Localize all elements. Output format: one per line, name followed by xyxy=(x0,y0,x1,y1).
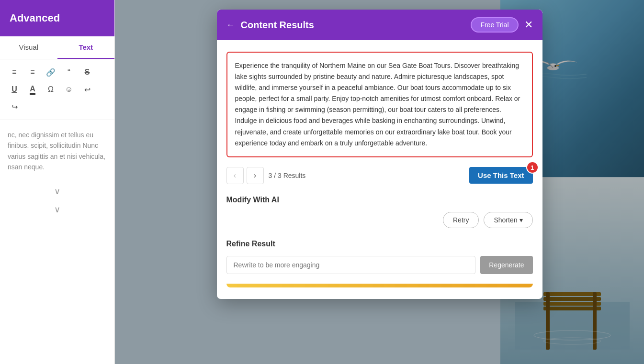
modal-body: Experience the tranquility of Northern M… xyxy=(217,40,542,299)
shorten-button[interactable]: Shorten ▾ xyxy=(484,212,532,228)
sidebar-title: Advanced xyxy=(10,12,60,24)
blockquote-icon: “ xyxy=(68,67,70,77)
unordered-list-btn[interactable]: ≡ xyxy=(6,64,23,80)
undo-btn[interactable]: ↩ xyxy=(79,81,96,98)
sidebar-body-text: nc, nec dignissim et tellus eu finibus. … xyxy=(0,120,114,182)
content-text: Experience the tranquility of Northern M… xyxy=(235,60,524,149)
shorten-dropdown-icon: ▾ xyxy=(520,216,523,224)
sidebar-tabs: Visual Text xyxy=(0,36,114,59)
emoji-btn[interactable]: ☺ xyxy=(60,81,78,98)
ordered-list-icon: ≡ xyxy=(30,68,34,77)
refine-input[interactable] xyxy=(226,256,476,274)
regenerate-button[interactable]: Regenerate xyxy=(480,256,532,274)
close-icon: ✕ xyxy=(524,19,533,31)
prev-icon: ‹ xyxy=(234,171,236,180)
link-icon: 🔗 xyxy=(46,68,56,77)
refine-row: Regenerate xyxy=(226,256,533,274)
undo-icon: ↩ xyxy=(84,85,90,94)
left-sidebar: Advanced Visual Text ≡ ≡ 🔗 “ S U A xyxy=(0,0,115,364)
tab-visual[interactable]: Visual xyxy=(0,36,57,59)
redo-btn[interactable]: ↪ xyxy=(6,99,23,115)
back-arrow-icon: ← xyxy=(226,20,235,30)
pagination-row: ‹ › 3 / 3 Results Use This Text 1 xyxy=(226,167,533,184)
next-icon: › xyxy=(254,171,256,180)
content-text-box: Experience the tranquility of Northern M… xyxy=(226,52,533,157)
use-this-text-wrapper: Use This Text 1 xyxy=(469,167,532,184)
unordered-list-icon: ≡ xyxy=(12,68,16,77)
modify-ai-title: Modify With AI xyxy=(226,196,533,204)
omega-btn[interactable]: Ω xyxy=(42,81,59,98)
redo-icon: ↪ xyxy=(11,102,18,111)
modify-ai-row: Retry Shorten ▾ xyxy=(226,212,533,228)
pagination-info: 3 / 3 Results xyxy=(269,172,470,179)
retry-button[interactable]: Retry xyxy=(443,212,479,228)
text-color-icon: A xyxy=(30,85,35,95)
notification-badge: 1 xyxy=(526,161,539,174)
strikethrough-icon: S xyxy=(85,68,90,77)
emoji-icon: ☺ xyxy=(65,85,73,94)
underline-btn[interactable]: U xyxy=(6,81,23,98)
modal-title: Content Results xyxy=(241,20,471,31)
refine-result-title: Refine Result xyxy=(226,240,533,248)
modal-close-button[interactable]: ✕ xyxy=(524,20,533,30)
ordered-list-btn[interactable]: ≡ xyxy=(24,64,41,80)
blockquote-btn[interactable]: “ xyxy=(60,64,78,80)
modal-footer-bar xyxy=(226,284,533,287)
sidebar-chevron-1[interactable]: ∨ xyxy=(0,182,114,200)
use-this-text-button[interactable]: Use This Text xyxy=(469,167,532,184)
underline-icon: U xyxy=(11,85,17,94)
modal-back-button[interactable]: ← xyxy=(226,20,235,30)
free-trial-button[interactable]: Free Trial xyxy=(471,17,518,33)
sidebar-toolbar: ≡ ≡ 🔗 “ S U A Ω ☺ ↩ ↪ xyxy=(0,59,114,120)
omega-icon: Ω xyxy=(48,85,54,94)
next-page-button[interactable]: › xyxy=(247,167,264,184)
main-area: ← Content Results Free Trial ✕ Experienc… xyxy=(115,0,644,364)
link-btn[interactable]: 🔗 xyxy=(42,64,59,80)
sidebar-chevron-2[interactable]: ∨ xyxy=(0,200,114,219)
content-results-modal: ← Content Results Free Trial ✕ Experienc… xyxy=(217,10,542,299)
strikethrough-btn[interactable]: S xyxy=(79,64,96,80)
sidebar-header: Advanced xyxy=(0,0,114,36)
modal-header: ← Content Results Free Trial ✕ xyxy=(217,10,542,40)
tab-text[interactable]: Text xyxy=(57,36,115,59)
modal-overlay: ← Content Results Free Trial ✕ Experienc… xyxy=(115,0,644,364)
prev-page-button[interactable]: ‹ xyxy=(226,167,244,184)
text-color-btn[interactable]: A xyxy=(24,81,41,98)
